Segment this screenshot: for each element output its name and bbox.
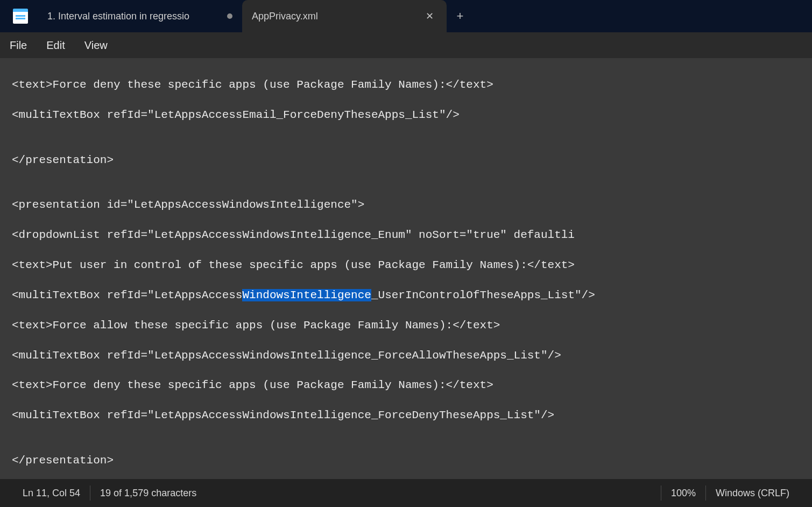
line-ending[interactable]: Windows (CRLF)	[706, 488, 799, 499]
menu-bar: File Edit View	[0, 32, 812, 58]
editor-line: <text>Force allow these specific apps (u…	[12, 318, 800, 333]
editor-line: <dropdownList refId="LetAppsAccessWindow…	[12, 228, 800, 243]
editor-line: <multiTextBox refId="LetAppsAccessWindow…	[12, 348, 800, 363]
cursor-position[interactable]: Ln 11, Col 54	[13, 488, 90, 499]
new-tab-button[interactable]: +	[447, 9, 474, 23]
editor-line: <text>Force deny these specific apps (us…	[12, 78, 800, 93]
menu-file[interactable]: File	[10, 39, 27, 52]
tab-inactive[interactable]: 1. Interval estimation in regressio	[38, 0, 242, 32]
zoom-level[interactable]: 100%	[661, 488, 705, 499]
status-bar: Ln 11, Col 54 19 of 1,579 characters 100…	[0, 479, 812, 507]
menu-view[interactable]: View	[84, 39, 108, 52]
menu-edit[interactable]: Edit	[46, 39, 65, 52]
editor-line: <multiTextBox refId="LetAppsAccessEmail_…	[12, 108, 800, 123]
editor-line: <presentation id="LetAppsAccessWindowsIn…	[12, 198, 800, 213]
notepad-icon	[13, 9, 28, 24]
title-bar: 1. Interval estimation in regressio AppP…	[0, 0, 812, 32]
editor-line: <multiTextBox refId="LetAppsAccessWindow…	[12, 408, 800, 423]
close-tab-icon[interactable]: ✕	[422, 8, 437, 24]
tab-title: AppPrivacy.xml	[252, 11, 416, 22]
editor-line: </presentation>	[12, 453, 800, 468]
tab-title: 1. Interval estimation in regressio	[47, 11, 221, 22]
editor-line: <text>Force deny these specific apps (us…	[12, 378, 800, 393]
selection-count: 19 of 1,579 characters	[90, 488, 206, 499]
editor-line: <multiTextBox refId="LetAppsAccessWindow…	[12, 288, 800, 303]
plus-icon: +	[457, 9, 464, 23]
editor-line: <text>Put user in control of these speci…	[12, 258, 800, 273]
editor-line: </presentation>	[12, 153, 800, 168]
selected-text: WindowsIntelligence	[242, 289, 371, 301]
unsaved-indicator-icon	[227, 13, 232, 19]
text-editor[interactable]: <text>Force deny these specific apps (us…	[0, 58, 812, 479]
tab-active[interactable]: AppPrivacy.xml ✕	[242, 0, 447, 32]
